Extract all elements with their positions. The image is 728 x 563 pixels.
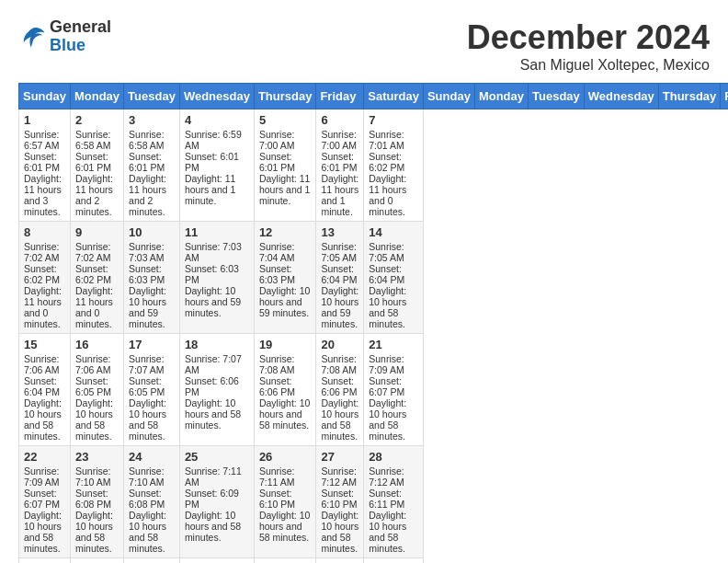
calendar-cell: 4Sunrise: 6:59 AMSunset: 6:01 PMDaylight… bbox=[179, 109, 254, 222]
day-info: Sunrise: 7:02 AM bbox=[75, 241, 119, 263]
calendar-cell: 2Sunrise: 6:58 AMSunset: 6:01 PMDaylight… bbox=[70, 109, 123, 222]
day-header-sunday: Sunday bbox=[423, 84, 474, 109]
day-info: Sunset: 6:05 PM bbox=[75, 375, 119, 397]
day-info: Sunset: 6:10 PM bbox=[321, 488, 358, 510]
day-info: Sunrise: 6:58 AM bbox=[75, 129, 119, 151]
calendar-week-4: 22Sunrise: 7:09 AMSunset: 6:07 PMDayligh… bbox=[19, 446, 729, 558]
day-info: Sunset: 6:03 PM bbox=[185, 263, 249, 285]
day-number: 19 bbox=[259, 338, 312, 351]
day-info: Sunset: 6:02 PM bbox=[75, 263, 119, 285]
day-info: Sunrise: 7:06 AM bbox=[75, 353, 119, 375]
day-info: Sunrise: 7:07 AM bbox=[129, 353, 175, 375]
day-info: Sunrise: 7:00 AM bbox=[321, 129, 358, 151]
day-info: Daylight: 10 hours and 58 minutes. bbox=[24, 397, 65, 442]
day-info: Sunrise: 7:08 AM bbox=[259, 353, 312, 375]
logo-text: General Blue bbox=[50, 18, 111, 55]
day-number: 5 bbox=[259, 113, 312, 127]
calendar-cell: 29Sunrise: 7:12 AMSunset: 6:11 PMDayligh… bbox=[19, 558, 71, 564]
day-info: Daylight: 11 hours and 0 minutes. bbox=[369, 173, 418, 217]
day-header-wednesday: Wednesday bbox=[179, 84, 254, 109]
day-header-tuesday: Tuesday bbox=[529, 84, 585, 109]
day-info: Sunrise: 7:10 AM bbox=[75, 465, 119, 488]
calendar-cell: 13Sunrise: 7:05 AMSunset: 6:04 PMDayligh… bbox=[316, 222, 364, 334]
calendar-cell: 22Sunrise: 7:09 AMSunset: 6:07 PMDayligh… bbox=[19, 446, 71, 558]
calendar-cell: 1Sunrise: 6:57 AMSunset: 6:01 PMDaylight… bbox=[19, 109, 71, 222]
day-info: Daylight: 11 hours and 0 minutes. bbox=[75, 285, 119, 329]
day-info: Sunset: 6:04 PM bbox=[321, 263, 358, 285]
day-info: Daylight: 11 hours and 2 minutes. bbox=[75, 173, 119, 217]
day-info: Sunset: 6:03 PM bbox=[129, 263, 175, 285]
day-header-thursday: Thursday bbox=[254, 84, 316, 109]
day-info: Sunrise: 7:09 AM bbox=[24, 465, 65, 488]
day-info: Sunset: 6:01 PM bbox=[321, 151, 358, 173]
day-number: 24 bbox=[129, 450, 175, 464]
day-info: Daylight: 10 hours and 58 minutes. bbox=[369, 510, 418, 554]
day-number: 14 bbox=[369, 225, 418, 239]
day-header-friday: Friday bbox=[721, 84, 728, 109]
calendar-week-5: 29Sunrise: 7:12 AMSunset: 6:11 PMDayligh… bbox=[19, 558, 729, 564]
day-info: Daylight: 11 hours and 2 minutes. bbox=[129, 173, 175, 217]
day-info: Sunrise: 7:00 AM bbox=[259, 129, 312, 151]
calendar-cell: 7Sunrise: 7:01 AMSunset: 6:02 PMDaylight… bbox=[364, 109, 424, 222]
day-info: Sunset: 6:02 PM bbox=[369, 151, 418, 173]
calendar-cell: 10Sunrise: 7:03 AMSunset: 6:03 PMDayligh… bbox=[124, 222, 180, 334]
calendar-cell bbox=[316, 558, 364, 564]
day-info: Sunrise: 7:12 AM bbox=[321, 465, 358, 488]
day-info: Daylight: 10 hours and 58 minutes. bbox=[321, 510, 358, 554]
day-info: Sunset: 6:04 PM bbox=[24, 375, 65, 397]
day-info: Sunset: 6:06 PM bbox=[259, 375, 312, 397]
day-info: Sunrise: 7:05 AM bbox=[369, 241, 418, 263]
day-info: Sunrise: 7:01 AM bbox=[369, 129, 418, 151]
day-number: 28 bbox=[369, 450, 418, 464]
calendar-cell: 27Sunrise: 7:12 AMSunset: 6:10 PMDayligh… bbox=[316, 446, 364, 558]
day-info: Sunset: 6:07 PM bbox=[24, 488, 65, 510]
day-info: Sunset: 6:03 PM bbox=[259, 263, 312, 285]
day-info: Sunset: 6:04 PM bbox=[369, 263, 418, 285]
day-number: 7 bbox=[369, 113, 418, 127]
day-header-monday: Monday bbox=[474, 84, 528, 109]
day-number: 9 bbox=[75, 225, 119, 239]
day-header-tuesday: Tuesday bbox=[124, 84, 180, 109]
day-info: Sunrise: 7:05 AM bbox=[321, 241, 358, 263]
day-info: Sunset: 6:11 PM bbox=[369, 488, 418, 510]
calendar-cell: 30Sunrise: 7:13 AMSunset: 6:12 PMDayligh… bbox=[70, 558, 123, 564]
calendar-cell: 9Sunrise: 7:02 AMSunset: 6:02 PMDaylight… bbox=[70, 222, 123, 334]
calendar-cell: 12Sunrise: 7:04 AMSunset: 6:03 PMDayligh… bbox=[254, 222, 316, 334]
calendar-week-1: 1Sunrise: 6:57 AMSunset: 6:01 PMDaylight… bbox=[19, 109, 729, 222]
day-info: Sunrise: 7:02 AM bbox=[24, 241, 65, 263]
calendar-week-3: 15Sunrise: 7:06 AMSunset: 6:04 PMDayligh… bbox=[19, 334, 729, 446]
calendar-cell: 18Sunrise: 7:07 AMSunset: 6:06 PMDayligh… bbox=[179, 334, 254, 446]
day-info: Sunrise: 7:11 AM bbox=[185, 465, 249, 488]
calendar-cell: 16Sunrise: 7:06 AMSunset: 6:05 PMDayligh… bbox=[70, 334, 123, 446]
day-info: Daylight: 11 hours and 1 minute. bbox=[321, 173, 358, 217]
day-info: Daylight: 11 hours and 0 minutes. bbox=[24, 285, 65, 329]
title-section: December 2024 San Miguel Xoltepec, Mexic… bbox=[467, 18, 710, 74]
calendar-week-2: 8Sunrise: 7:02 AMSunset: 6:02 PMDaylight… bbox=[19, 222, 729, 334]
day-info: Daylight: 10 hours and 58 minutes. bbox=[129, 397, 175, 442]
day-number: 17 bbox=[129, 338, 175, 351]
calendar-cell: 23Sunrise: 7:10 AMSunset: 6:08 PMDayligh… bbox=[70, 446, 123, 558]
day-info: Daylight: 11 hours and 1 minute. bbox=[185, 173, 249, 206]
day-info: Daylight: 10 hours and 58 minutes. bbox=[185, 397, 249, 431]
calendar-cell bbox=[254, 558, 316, 564]
calendar-cell: 5Sunrise: 7:00 AMSunset: 6:01 PMDaylight… bbox=[254, 109, 316, 222]
day-number: 8 bbox=[24, 225, 65, 239]
calendar-cell: 21Sunrise: 7:09 AMSunset: 6:07 PMDayligh… bbox=[364, 334, 424, 446]
day-number: 25 bbox=[185, 450, 249, 464]
day-info: Sunset: 6:06 PM bbox=[185, 375, 249, 397]
day-number: 21 bbox=[369, 338, 418, 351]
day-info: Sunset: 6:08 PM bbox=[75, 488, 119, 510]
day-info: Daylight: 10 hours and 58 minutes. bbox=[75, 510, 119, 554]
calendar-cell: 25Sunrise: 7:11 AMSunset: 6:09 PMDayligh… bbox=[179, 446, 254, 558]
day-number: 20 bbox=[321, 338, 358, 351]
day-number: 15 bbox=[24, 338, 65, 351]
day-info: Daylight: 11 hours and 3 minutes. bbox=[24, 173, 65, 217]
calendar-cell: 8Sunrise: 7:02 AMSunset: 6:02 PMDaylight… bbox=[19, 222, 71, 334]
calendar-cell: 28Sunrise: 7:12 AMSunset: 6:11 PMDayligh… bbox=[364, 446, 424, 558]
calendar-cell: 20Sunrise: 7:08 AMSunset: 6:06 PMDayligh… bbox=[316, 334, 364, 446]
day-header-saturday: Saturday bbox=[364, 84, 424, 109]
day-info: Daylight: 10 hours and 59 minutes. bbox=[259, 285, 312, 318]
day-number: 6 bbox=[321, 113, 358, 127]
day-info: Daylight: 10 hours and 58 minutes. bbox=[321, 397, 358, 442]
day-number: 26 bbox=[259, 450, 312, 464]
